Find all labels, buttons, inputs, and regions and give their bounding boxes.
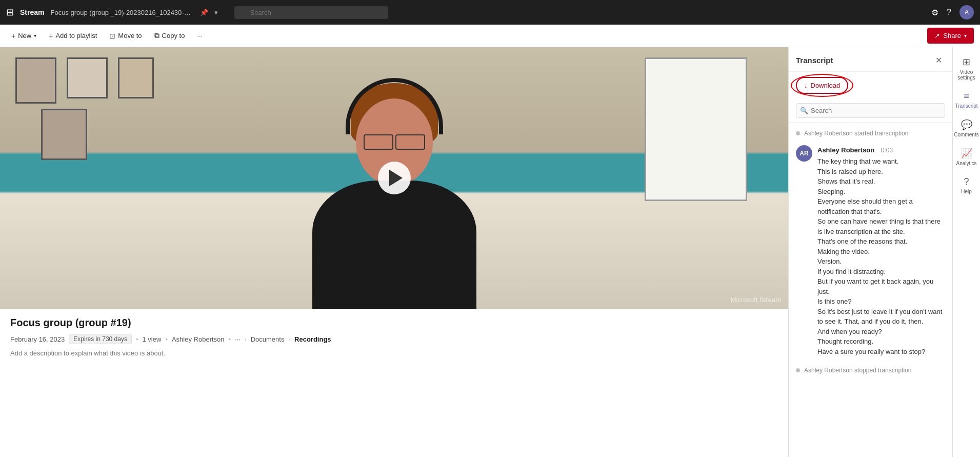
grid-icon[interactable]: ⊞ <box>6 7 14 18</box>
transcript-panel: Transcript ✕ ↓ Download 🔍 Ashley Roberts… <box>788 47 952 457</box>
video-tab-title: Focus group (group _19)-20230216_102430-… <box>50 9 194 16</box>
download-icon: ↓ <box>804 82 808 89</box>
plus-icon: + <box>11 32 15 40</box>
search-input[interactable] <box>234 6 388 19</box>
main-content: Microsoft Stream Focus group (group #19)… <box>0 47 980 457</box>
transcript-search-wrapper: 🔍 <box>789 99 952 123</box>
transcript-line: So one can have newer thing is that ther… <box>817 216 945 236</box>
video-frame: Microsoft Stream <box>0 47 788 309</box>
video-info: Focus group (group #19) February 16, 202… <box>0 309 788 457</box>
top-right-icons: ⚙ ? A <box>931 5 974 19</box>
share-button[interactable]: ↗ Share ▾ <box>927 28 974 44</box>
user-avatar-top[interactable]: A <box>959 5 974 19</box>
play-button[interactable] <box>378 162 411 194</box>
move-icon: ⊡ <box>109 32 115 40</box>
download-btn-wrapper: ↓ Download <box>796 77 848 94</box>
wall-picture-1 <box>15 57 56 104</box>
download-button[interactable]: ↓ Download <box>796 77 848 94</box>
video-container: Microsoft Stream <box>0 47 788 309</box>
transcript-line: So it's best just to leave it if you don… <box>817 307 945 327</box>
transcript-body: Ashley Robertson started transcription A… <box>789 123 952 457</box>
comments-icon: 💬 <box>961 119 972 130</box>
transcript-started-status: Ashley Robertson started transcription <box>796 128 945 139</box>
wall-picture-3 <box>118 57 154 98</box>
transcript-line: Sleeping. <box>817 187 945 197</box>
transcript-line: Is this one? <box>817 296 945 307</box>
transcript-entry-content: Ashley Robertson 0:03 The key thing that… <box>817 145 945 356</box>
video-settings-icon-btn[interactable]: ⊞ Video settings <box>954 52 979 85</box>
transcript-line: Version. <box>817 256 945 267</box>
wall-picture-2 <box>67 57 108 98</box>
transcript-entry: AR Ashley Robertson 0:03 The key thing t… <box>796 145 945 356</box>
help-icon: ? <box>964 176 969 187</box>
pin-icon: 📌 <box>200 9 208 16</box>
comments-icon-btn[interactable]: 💬 Comments <box>954 115 979 142</box>
transcript-line: Making the video. <box>817 247 945 257</box>
transcript-line: Have a sure you really want to stop? <box>817 347 945 357</box>
avatar: AR <box>796 145 812 162</box>
glasses <box>364 134 425 150</box>
transcript-line: If you find it distracting. <box>817 267 945 277</box>
help-icon-top[interactable]: ? <box>947 8 951 17</box>
transcript-actions: ↓ Download <box>789 72 952 99</box>
transcript-line: Everyone else should then get a notifica… <box>817 196 945 216</box>
search-wrapper: 🔍 <box>234 6 388 19</box>
transcript-stopped-status: Ashley Robertson stopped transcription <box>796 365 945 376</box>
copy-to-button[interactable]: ⧉ Copy to <box>149 28 190 43</box>
headphones <box>346 78 443 134</box>
transcript-line: That's one of the reasons that. <box>817 236 945 247</box>
video-area: Microsoft Stream Focus group (group #19)… <box>0 47 788 457</box>
transcript-timestamp: 0:03 <box>881 147 893 154</box>
analytics-icon: 📈 <box>961 148 972 159</box>
move-to-button[interactable]: ⊡ Move to <box>104 29 147 43</box>
transcript-icon: ≡ <box>964 91 969 102</box>
breadcrumb-documents[interactable]: Documents <box>251 335 285 343</box>
share-icon: ↗ <box>934 32 940 39</box>
expires-badge: Expires in 730 days <box>69 334 132 344</box>
toolbar: + New ▾ + Add to playlist ⊡ Move to ⧉ Co… <box>0 25 980 47</box>
video-author[interactable]: Ashley Robertson <box>172 335 225 343</box>
chevron-new-icon: ▾ <box>34 33 36 38</box>
whiteboard <box>645 57 747 201</box>
transcript-line: And when you ready? <box>817 327 945 337</box>
add-to-playlist-button[interactable]: + Add to playlist <box>44 29 102 43</box>
analytics-icon-btn[interactable]: 📈 Analytics <box>954 144 979 170</box>
video-meta: February 16, 2023 Expires in 730 days • … <box>10 334 778 344</box>
status-dot-started <box>796 131 800 135</box>
video-settings-icon: ⊞ <box>963 56 970 68</box>
transcript-title: Transcript <box>796 56 833 65</box>
new-button[interactable]: + New ▾ <box>6 29 42 43</box>
breadcrumb-recordings[interactable]: Recordings <box>294 335 331 343</box>
app-name: Stream <box>20 8 44 16</box>
search-icon-transcript: 🔍 <box>800 107 808 114</box>
transcript-icon-btn[interactable]: ≡ Transcript <box>954 87 979 113</box>
meta-more-button[interactable]: ··· <box>235 335 241 343</box>
person-body <box>312 181 476 309</box>
video-views: 1 view <box>143 335 162 343</box>
help-icon-btn[interactable]: ? Help <box>954 172 979 198</box>
transcript-line: But if you want to get it back again, yo… <box>817 276 945 296</box>
chevron-down-icon[interactable]: ▾ <box>214 9 218 16</box>
transcript-line: Thought recording. <box>817 336 945 347</box>
more-button[interactable]: ··· <box>192 29 208 43</box>
transcript-header: Transcript ✕ <box>789 47 952 72</box>
video-title: Focus group (group #19) <box>10 317 778 329</box>
transcript-lines: The key thing that we want.This is raise… <box>817 156 945 356</box>
status-dot-stopped <box>796 368 800 372</box>
playlist-icon: + <box>49 32 53 40</box>
transcript-line: The key thing that we want. <box>817 156 945 167</box>
transcript-search-input[interactable] <box>796 103 945 118</box>
transcript-close-button[interactable]: ✕ <box>932 54 945 66</box>
chevron-share-icon: ▾ <box>964 33 967 38</box>
watermark-text: Microsoft Stream <box>731 296 781 304</box>
right-icons-panel: ⊞ Video settings ≡ Transcript 💬 Comments… <box>952 47 980 457</box>
video-description: Add a description to explain what this v… <box>10 349 778 357</box>
copy-icon: ⧉ <box>154 31 159 40</box>
transcript-line: This is raised up here. <box>817 167 945 177</box>
video-date: February 16, 2023 <box>10 335 65 343</box>
transcript-line: Shows that it's real. <box>817 176 945 187</box>
settings-icon[interactable]: ⚙ <box>931 8 938 17</box>
wall-picture-4 <box>41 109 87 160</box>
transcript-speaker: Ashley Robertson <box>817 146 874 154</box>
top-bar: ⊞ Stream Focus group (group _19)-2023021… <box>0 0 980 25</box>
